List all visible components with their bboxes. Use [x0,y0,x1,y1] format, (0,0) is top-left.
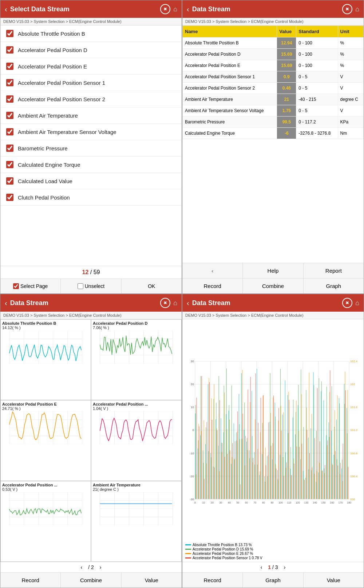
svg-rect-171 [250,377,251,499]
combine-button-p3[interactable]: Combine [61,573,121,588]
svg-text:100: 100 [350,498,355,501]
svg-rect-263 [309,453,310,499]
home-icon-p3[interactable]: ⌂ [173,299,177,307]
item-checkbox[interactable] [6,112,13,119]
svg-text:50: 50 [237,501,240,504]
svg-text:110: 110 [287,501,292,504]
list-item[interactable]: Ambient Air Temperature Sensor Voltage [0,124,182,140]
svg-rect-293 [329,437,329,499]
table-row[interactable]: Accelerator Pedal Position Sensor 2 0.46… [183,83,364,94]
item-checkbox[interactable] [6,194,13,201]
svg-rect-109 [211,457,211,499]
graph-button-p4[interactable]: Graph [243,573,303,588]
count-total: 59 [94,269,100,275]
count-bar: 12 / 59 [0,266,182,279]
next-page-p3[interactable]: › [100,564,102,570]
list-item[interactable]: Calculated Engine Torque [0,157,182,173]
ok-button[interactable]: OK [122,279,182,293]
list-item[interactable]: Accelerator Pedal Position Sensor 1 [0,75,182,91]
record-button-p4[interactable]: Record [182,573,243,588]
next-page-p4[interactable]: › [284,564,286,570]
svg-rect-238 [293,458,294,499]
record-button-p2[interactable]: Record [182,279,243,293]
record-button-p3[interactable]: Record [0,573,61,588]
svg-text:20: 20 [191,383,194,386]
svg-text:20: 20 [211,501,214,504]
svg-text:101.6: 101.6 [350,406,357,409]
list-item[interactable]: Ambient Air Temperature [0,107,182,124]
cell-name: Accelerator Pedal Position E [183,60,277,71]
table-row[interactable]: Accelerator Pedal Position Sensor 1 0.9 … [183,71,364,83]
scroll-left-btn[interactable]: ‹ [182,263,243,278]
back-button-p3[interactable]: ‹ [5,299,7,307]
back-button-p4[interactable]: ‹ [187,299,189,307]
item-checkbox[interactable] [6,177,13,185]
item-checkbox[interactable] [6,128,13,135]
help-button[interactable]: Help [243,263,303,278]
svg-rect-321 [347,433,347,499]
item-checkbox[interactable] [6,161,13,168]
list-item[interactable]: Barometric Pressure [0,140,182,157]
combine-button-p2[interactable]: Combine [243,279,303,293]
list-item[interactable]: Absolute Throttle Position B [0,25,182,42]
cell-value: 0.9 [277,71,296,83]
svg-text:80: 80 [262,501,265,504]
table-row[interactable]: Accelerator Pedal Position E 15.69 0 - 1… [183,60,364,71]
svg-rect-200 [269,422,270,499]
svg-rect-136 [229,411,229,499]
list-item[interactable]: Accelerator Pedal Position E [0,58,182,75]
svg-rect-308 [339,398,339,499]
select-page-button[interactable]: Select Page [0,279,61,293]
svg-rect-193 [265,482,265,499]
list-item[interactable]: Clutch Pedal Position [0,189,182,206]
table-row[interactable]: Calculated Engine Torque -6 -3276.8 - 32… [183,128,364,139]
prev-page-p4[interactable]: ‹ [261,564,262,570]
svg-rect-166 [247,450,248,499]
graph-line [9,412,82,439]
item-checkbox[interactable] [6,63,13,70]
svg-rect-288 [326,435,327,499]
value-button-p3[interactable]: Value [122,573,182,588]
page-current-p4: 1 [268,564,271,570]
table-row[interactable]: Barometric Pressure 99.5 0 - 117.2 KPa [183,117,364,128]
cell-unit: V [338,105,363,117]
table-row[interactable]: Accelerator Pedal Position D 15.69 0 - 1… [183,49,364,60]
svg-rect-192 [264,476,265,499]
legend-color [185,544,191,545]
report-button[interactable]: Report [304,263,364,278]
list-item[interactable]: Calculated Load Value [0,173,182,189]
item-label: Accelerator Pedal Position Sensor 2 [18,96,105,102]
svg-rect-295 [330,370,330,499]
svg-rect-172 [252,391,252,499]
svg-rect-228 [288,395,288,499]
item-checkbox[interactable] [6,145,13,152]
svg-rect-141 [232,386,232,499]
unselect-button[interactable]: Unselect [61,279,121,293]
value-button-p4[interactable]: Value [304,573,364,588]
svg-rect-96 [203,450,203,499]
home-icon-p2[interactable]: ⌂ [355,5,359,13]
cell-name: Accelerator Pedal Position Sensor 2 [183,83,277,94]
home-icon-p1[interactable]: ⌂ [173,5,177,13]
back-button-p2[interactable]: ‹ [187,5,189,13]
unselect-checkbox[interactable] [78,283,83,289]
item-checkbox[interactable] [6,30,13,37]
table-row[interactable]: Ambient Air Temperature Sensor Voltage 1… [183,105,364,117]
home-icon-p4[interactable]: ⌂ [355,299,359,307]
item-checkbox[interactable] [6,79,13,86]
table-row[interactable]: Absolute Throttle Position B 12.94 0 - 1… [183,38,364,49]
list-item[interactable]: Accelerator Pedal Position Sensor 2 [0,91,182,107]
graph-button-p2[interactable]: Graph [304,279,364,293]
cell-value: 12.94 [277,38,296,49]
item-checkbox[interactable] [6,46,13,54]
svg-text:60: 60 [245,501,248,504]
stethoscope-icon: ✖ [160,4,170,14]
prev-page-p3[interactable]: ‹ [81,564,83,570]
svg-rect-169 [249,458,250,499]
back-button-p1[interactable]: ‹ [5,5,7,13]
table-row[interactable]: Ambient Air Temperature 21 -40 - 215 deg… [183,94,364,105]
mini-graph-svg [2,411,89,444]
select-page-checkbox[interactable] [13,283,19,289]
list-item[interactable]: Accelerator Pedal Position D [0,42,182,58]
item-checkbox[interactable] [6,95,13,103]
